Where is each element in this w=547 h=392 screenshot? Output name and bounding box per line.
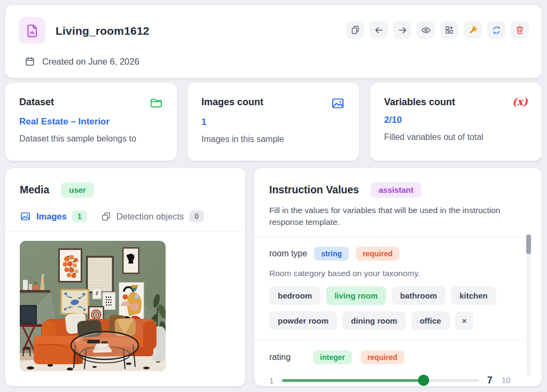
customize-button[interactable] [440,21,458,39]
trash-icon [515,25,525,35]
stat-title: Variables count [384,97,455,108]
header-card: Living_room1612 Created on June 6, 2026 [5,5,542,78]
document-chart-icon [25,23,40,38]
copy-icon [350,25,360,35]
option-chip-powder-room[interactable]: powder room [269,311,337,330]
dataset-link[interactable]: Real Estate – Interior [19,116,163,127]
tab-label: Images [36,211,67,222]
detection-count-badge: 0 [189,210,204,222]
option-chip-office[interactable]: office [411,311,450,330]
option-chips: bedroom living room bathroom kitchen pow… [269,286,512,330]
close-icon: × [462,316,467,325]
type-badge-integer: integer [313,350,352,364]
field-rating: rating integer required 1 7 10 [269,350,542,386]
detection-objects-icon [101,211,111,222]
stat-card-images: Images count 1 Images in this sample [187,83,359,161]
slider-track[interactable] [282,379,479,382]
stat-card-variables: Variables count (x) 2/10 Filled variable… [370,83,542,161]
folder-icon [149,97,163,109]
required-badge: required [361,350,404,364]
created-date: Created on June 6, 2026 [42,57,139,67]
divider [254,340,542,341]
stat-description: Filled variables out of total [384,132,528,142]
rating-slider: 1 7 10 [269,375,511,386]
sample-detail-page: Living_room1612 Created on June 6, 2026 [0,0,547,392]
divider [5,231,245,232]
clear-selection-button[interactable]: × [455,311,474,330]
assistant-role-badge: assistant [371,182,421,198]
eye-icon [421,25,431,35]
media-title: Media [20,184,49,196]
delete-button[interactable] [511,21,529,39]
duplicate-button[interactable] [346,21,364,39]
field-label: rating [269,352,291,362]
view-button[interactable] [417,21,435,39]
slider-handle[interactable] [418,375,429,386]
divider [254,237,542,237]
required-badge: required [356,247,400,261]
option-chip-dining-room[interactable]: dining room [342,311,406,330]
option-chip-living-room[interactable]: living room [326,286,386,305]
option-chip-bedroom[interactable]: bedroom [269,286,321,305]
stat-title: Dataset [19,97,54,108]
toolbar [346,21,529,39]
tab-label: Detection objects [116,211,184,222]
stat-value: 2/10 [384,115,528,126]
arrow-left-icon [374,25,384,35]
field-room-type: room type string required Room category … [269,247,542,330]
living-room-illustration [20,241,166,371]
media-card: Media user Images 1 Detection objects 0 [5,168,245,386]
slider-value-label: 7 [487,375,493,386]
instruction-values-card: Instruction Values assistant Fill in the… [254,168,542,386]
images-tab-icon [20,211,31,222]
field-label: room type [269,249,307,258]
panel-scrollbar[interactable] [526,233,531,375]
calendar-icon [25,56,35,67]
images-count-badge: 1 [72,210,87,222]
type-badge-string: string [314,247,349,261]
field-help: Room category based on your taxonomy. [269,269,542,278]
stat-description: Images in this sample [201,135,345,144]
stat-description: Dataset this sample belongs to [19,134,163,144]
refresh-button[interactable] [487,21,505,39]
forward-button[interactable] [393,21,411,39]
refresh-icon [491,25,502,35]
slider-max-label: 10 [502,375,511,385]
instruction-description: Fill in the values for variables that wi… [269,205,511,229]
instruction-title: Instruction Values [269,184,359,196]
back-button[interactable] [370,21,388,39]
stat-card-dataset: Dataset Real Estate – Interior Dataset t… [5,83,177,161]
sample-doc-icon [19,17,45,44]
tools-button[interactable] [464,21,482,39]
variables-icon: (x) [512,97,528,107]
scrollbar-thumb[interactable] [526,234,531,254]
image-icon [331,97,345,110]
option-chip-bathroom[interactable]: bathroom [392,286,446,305]
wrench-icon [468,25,478,35]
tab-images[interactable]: Images 1 [20,210,87,222]
slider-fill [282,379,424,382]
stat-value: 1 [201,117,345,128]
slider-min-label: 1 [269,376,274,385]
user-role-badge: user [61,182,94,198]
stat-title: Images count [201,97,263,108]
option-chip-kitchen[interactable]: kitchen [451,286,496,305]
arrow-right-icon [397,25,408,35]
grid-plus-icon [444,25,454,35]
tab-detection-objects[interactable]: Detection objects 0 [101,210,204,222]
sample-image-thumbnail[interactable] [20,241,166,371]
page-title: Living_room1612 [56,25,150,37]
